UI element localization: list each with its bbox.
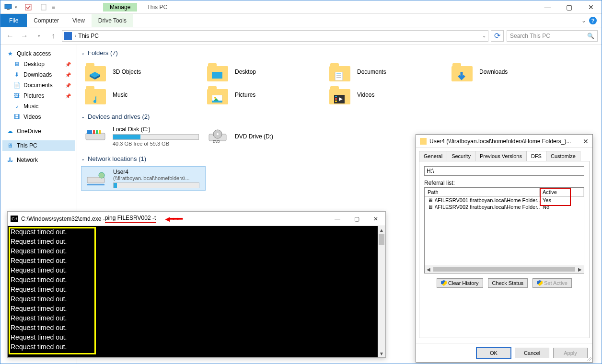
scroll-thumb[interactable]	[379, 234, 384, 245]
sidebar-thispc[interactable]: 🖥This PC	[2, 140, 75, 151]
tab-security[interactable]: Security	[447, 151, 475, 161]
drive-name: Local Disk (C:)	[113, 126, 199, 133]
refresh-button[interactable]: ⟳	[491, 30, 504, 42]
back-button[interactable]: ←	[4, 30, 16, 42]
help-icon[interactable]: ?	[589, 17, 597, 24]
monitor-icon[interactable]	[4, 3, 13, 11]
folder-desktop[interactable]: Desktop	[203, 60, 325, 83]
cmd-output[interactable]: Request timed out. Request timed out. Re…	[8, 226, 385, 357]
address-dropdown-icon[interactable]: ⌄	[482, 33, 486, 38]
drive-local-c[interactable]: Local Disk (C:) 40.3 GB free of 59.3 GB	[81, 124, 203, 148]
drive-icon	[85, 127, 106, 146]
svg-rect-25	[99, 130, 101, 134]
properties-close-button[interactable]: ✕	[583, 137, 589, 145]
view-tab[interactable]: View	[66, 14, 92, 27]
folder-label: Desktop	[235, 68, 256, 75]
chevron-down-icon: ⌄	[81, 50, 85, 56]
network-drive-icon	[85, 169, 106, 188]
sidebar-item-desktop[interactable]: 🖥Desktop📌	[2, 59, 75, 69]
search-icon[interactable]: 🔍	[587, 33, 594, 39]
close-button[interactable]: ✕	[580, 0, 602, 14]
sidebar-quick-access[interactable]: ★ Quick access	[2, 48, 75, 59]
horizontal-scrollbar[interactable]: ◀ ▶	[425, 265, 584, 273]
ok-button[interactable]: OK	[476, 348, 511, 358]
search-box[interactable]: Search This PC 🔍	[507, 30, 598, 42]
sidebar-network[interactable]: 🖧Network	[2, 155, 75, 165]
cmd-minimize-button[interactable]: —	[328, 212, 347, 226]
cancel-button[interactable]: Cancel	[515, 348, 549, 358]
sidebar-item-documents[interactable]: 📄Documents📌	[2, 80, 75, 91]
folder-pictures[interactable]: Pictures	[203, 83, 325, 106]
sidebar-onedrive[interactable]: ☁OneDrive	[2, 126, 75, 136]
sidebar-item-label: OneDrive	[17, 128, 41, 135]
document-icon[interactable]	[39, 3, 48, 11]
maximize-button[interactable]: ▢	[558, 0, 580, 14]
annotation-arrow-icon: ◂━━━	[165, 214, 182, 224]
qat-dropdown-icon[interactable]: ▾	[15, 5, 17, 10]
properties-tabs: General Security Previous Versions DFS C…	[416, 148, 592, 161]
clear-history-button[interactable]: Clear History	[437, 278, 483, 288]
folder-music[interactable]: Music	[81, 83, 203, 106]
scroll-left-icon[interactable]: ◀	[425, 267, 432, 272]
network-drive-user4[interactable]: User4 (\\firatboyan.local\homefolders\..…	[81, 166, 206, 191]
address-bar[interactable]: › This PC ⌄	[62, 30, 488, 42]
cmd-titlebar[interactable]: C:\ C:\Windows\system32\cmd.exe - ping F…	[8, 212, 385, 226]
qat-overflow-icon[interactable]: ≡	[52, 4, 55, 11]
file-menu[interactable]: File	[0, 14, 27, 27]
cmd-close-button[interactable]: ✕	[366, 212, 385, 226]
sidebar-item-videos[interactable]: 🎞Videos	[2, 112, 75, 122]
tab-dfs[interactable]: DFS	[526, 151, 546, 161]
minimize-button[interactable]: —	[537, 0, 558, 14]
svg-rect-7	[212, 72, 222, 79]
breadcrumb[interactable]: This PC	[78, 33, 99, 39]
sidebar-label: Quick access	[17, 50, 51, 57]
properties-titlebar[interactable]: User4 (\\firatboyan.local\homefolders\Ho…	[416, 135, 592, 148]
folders-grid: 3D ObjectsDesktopDocumentsDownloadsMusic…	[77, 58, 602, 111]
sidebar-item-pictures[interactable]: 🖼Pictures📌	[2, 91, 75, 101]
cmd-window: C:\ C:\Windows\system32\cmd.exe - ping F…	[7, 211, 386, 358]
sidebar-item-music[interactable]: ♪Music	[2, 101, 75, 112]
svg-rect-24	[96, 130, 98, 134]
sidebar-item-downloads[interactable]: ⬇Downloads📌	[2, 69, 75, 80]
resize-grip-icon[interactable]	[586, 355, 591, 361]
scroll-right-icon[interactable]: ▶	[576, 267, 584, 272]
svg-rect-22	[87, 130, 92, 134]
tab-customize[interactable]: Customize	[546, 151, 580, 161]
cmd-maximize-button[interactable]: ▢	[347, 212, 366, 226]
expand-ribbon-icon[interactable]: ⌄	[581, 17, 586, 24]
computer-tab[interactable]: Computer	[27, 14, 66, 27]
breadcrumb-chevron-icon[interactable]: ›	[75, 33, 76, 38]
scroll-thumb[interactable]	[433, 267, 575, 272]
properties-body: Referral list: Path Active 🖥\\FILESRV001…	[419, 161, 590, 338]
title-bar: ▾ ≡ Manage This PC — ▢ ✕	[0, 0, 602, 14]
folder-documents[interactable]: Documents	[325, 60, 448, 83]
drives-header[interactable]: ⌄Devices and drives (2)	[77, 111, 602, 122]
folder-videos[interactable]: Videos	[325, 83, 448, 106]
check-status-button[interactable]: Check Status	[488, 278, 528, 288]
drive-free-text: 40.3 GB free of 59.3 GB	[113, 141, 199, 147]
referral-table[interactable]: Path Active 🖥\\FILESRV001.firatboyan.loc…	[424, 187, 584, 273]
tab-previous-versions[interactable]: Previous Versions	[475, 151, 527, 161]
drivetools-tab[interactable]: Drive Tools	[92, 14, 133, 27]
checkbox-icon[interactable]	[24, 3, 33, 11]
recent-dropdown-icon[interactable]: ▾	[33, 30, 45, 42]
scroll-up-icon[interactable]: ▲	[378, 226, 385, 234]
referral-label: Referral list:	[424, 180, 584, 186]
drive-dvd-d[interactable]: DVD DVD Drive (D:)	[203, 124, 325, 148]
manage-tab[interactable]: Manage	[103, 3, 137, 11]
up-button[interactable]: ↑	[47, 30, 59, 42]
scroll-down-icon[interactable]: ▼	[378, 350, 385, 357]
folder-icon	[452, 62, 473, 81]
col-path[interactable]: Path	[425, 188, 540, 196]
tab-general[interactable]: General	[419, 151, 447, 161]
folder-3d-objects[interactable]: 3D Objects	[81, 60, 203, 83]
folder-downloads[interactable]: Downloads	[448, 60, 570, 83]
forward-button[interactable]: →	[19, 30, 30, 42]
svg-rect-17	[335, 96, 337, 97]
cmd-scrollbar[interactable]: ▲ ▼	[378, 226, 385, 357]
folders-header[interactable]: ⌄Folders (7)	[77, 47, 602, 58]
chevron-down-icon: ⌄	[81, 156, 85, 161]
dvd-icon: DVD	[207, 127, 228, 146]
dfs-path-input[interactable]	[424, 166, 584, 176]
sidebar-item-label: Pictures	[23, 92, 44, 99]
